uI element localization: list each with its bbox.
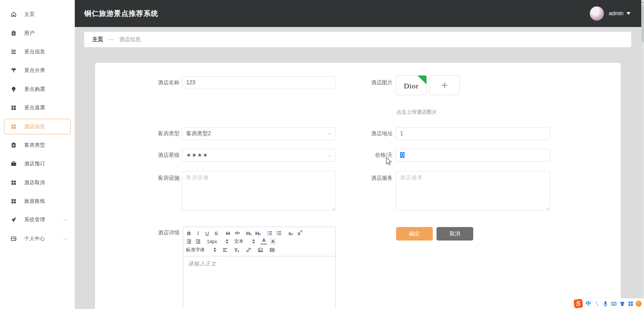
- editor-toolbar-group: x2x2: [288, 229, 303, 236]
- ime-sogou-logo-icon[interactable]: S: [574, 299, 583, 309]
- stepper-icon: [226, 239, 228, 244]
- list-icon: [10, 48, 17, 55]
- editor-italic-button[interactable]: I: [195, 229, 201, 236]
- hotel-address-value: 1: [400, 131, 403, 136]
- price-per-day-input[interactable]: 0: [396, 149, 550, 162]
- ime-keyboard-icon[interactable]: [610, 300, 618, 308]
- username: admin: [609, 10, 623, 17]
- hotel-name-value: 123: [186, 80, 195, 85]
- wallet-icon: [10, 235, 17, 242]
- editor-toolbar-group: [222, 246, 228, 253]
- sidebar-item-personal-center[interactable]: 个人中心: [0, 229, 75, 248]
- editor-list-ordered-icon[interactable]: 123: [267, 229, 273, 236]
- clipboard-icon: [10, 30, 17, 36]
- hotel-service-textarea[interactable]: 酒店服务: [396, 171, 550, 211]
- chevron-down-icon: [63, 236, 67, 240]
- scroll-up-arrow-icon[interactable]: [642, 1, 644, 3]
- sidebar-item-spot-category[interactable]: 景点分类: [0, 61, 75, 80]
- user-menu[interactable]: admin: [590, 6, 631, 21]
- editor-header-select-icon[interactable]: 文本: [234, 238, 255, 245]
- editor-superscript-button[interactable]: x2: [297, 229, 303, 236]
- room-facilities-label: 客房设施: [129, 175, 180, 182]
- editor-toolbar-row: BIUS</>H1H2123x2x2: [186, 229, 333, 237]
- hotel-image-thumbnail[interactable]: Dior: [396, 75, 427, 95]
- vertical-scrollbar[interactable]: [641, 0, 644, 309]
- editor-color-button[interactable]: A: [261, 238, 267, 245]
- sidebar-item-hotel-cancel[interactable]: 酒店取消: [0, 173, 75, 192]
- hotel-star-select[interactable]: ★★★★: [182, 149, 336, 162]
- hotel-image-thumb-text: Dior: [404, 82, 419, 90]
- grid-icon: [10, 123, 17, 130]
- ime-mic-icon[interactable]: [601, 300, 609, 308]
- ime-apps-icon[interactable]: [626, 300, 635, 308]
- hotel-name-input[interactable]: 123: [182, 76, 336, 89]
- editor-align-icon[interactable]: [222, 246, 228, 253]
- editor-header-1-button[interactable]: H1: [246, 229, 252, 236]
- editor-image-icon[interactable]: [257, 246, 263, 253]
- avatar[interactable]: [590, 6, 604, 21]
- room-type-label: 客房类型: [129, 127, 180, 140]
- screen: 主页用户景点信息景点分类景点购票景点退票酒店信息客房类型酒店预订酒店取消旅游路线…: [0, 0, 644, 309]
- editor-indent-icon[interactable]: [195, 238, 201, 245]
- sidebar-item-users[interactable]: 用户: [0, 24, 75, 42]
- editor-toolbar-group: BIUS: [186, 229, 219, 236]
- hotel-detail-label: 酒店详情: [129, 229, 180, 236]
- cancel-button[interactable]: 取消: [437, 227, 473, 241]
- scrollbar-thumb[interactable]: [642, 5, 644, 43]
- hotel-address-input[interactable]: 1: [396, 127, 550, 140]
- editor-toolbar-group: H1H2: [246, 229, 261, 236]
- ime-skin-icon[interactable]: [618, 300, 626, 308]
- sidebar-item-label: 客房类型: [24, 142, 45, 148]
- editor-size-select-icon[interactable]: 14px: [207, 239, 228, 244]
- grid-icon: [10, 179, 17, 186]
- editor-link-icon[interactable]: [246, 246, 252, 253]
- bulb-icon: [10, 86, 17, 92]
- topbar: 铜仁旅游景点推荐系统 admin: [75, 0, 641, 27]
- editor-code-block-button[interactable]: </>: [234, 229, 240, 236]
- sidebar-item-system-manage[interactable]: 系统管理: [0, 210, 75, 229]
- sidebar-nav: 主页用户景点信息景点分类景点购票景点退票酒店信息客房类型酒店预订酒店取消旅游路线…: [0, 0, 75, 248]
- editor-underline-button[interactable]: U: [204, 229, 210, 236]
- rich-text-editor: BIUS</>H1H2123x2x214px文本AA标准字体Tx 请输入正文: [183, 227, 336, 309]
- breadcrumb-home[interactable]: 主页: [92, 36, 103, 43]
- plus-icon: +: [441, 79, 448, 92]
- ime-cn-mode-icon[interactable]: 中: [584, 300, 592, 308]
- editor-header-2-button[interactable]: H2: [255, 229, 261, 236]
- sidebar-item-spot-info[interactable]: 景点信息: [0, 43, 75, 61]
- editor-font-select-icon[interactable]: 标准字体: [186, 247, 216, 253]
- editor-list-bullet-icon[interactable]: [276, 229, 282, 236]
- editor-content[interactable]: 请输入正文: [183, 256, 335, 272]
- stepper-icon: [252, 239, 255, 244]
- resize-handle[interactable]: [546, 206, 549, 210]
- editor-blockquote-icon[interactable]: [225, 229, 231, 236]
- sidebar-item-hotel-booking[interactable]: 酒店预订: [0, 154, 75, 173]
- room-facilities-textarea[interactable]: 客房设施: [182, 171, 336, 211]
- upload-image-button[interactable]: +: [429, 75, 460, 95]
- editor-toolbar-group: [257, 246, 263, 253]
- ime-toolbar: S中’,: [573, 298, 644, 309]
- editor-subscript-button[interactable]: x2: [288, 229, 294, 236]
- editor-strike-button[interactable]: S: [213, 229, 219, 236]
- confirm-button[interactable]: 确定: [396, 227, 433, 241]
- ime-emoji-icon[interactable]: [636, 301, 642, 307]
- ime-punctuation-icon[interactable]: ’,: [593, 300, 601, 308]
- sidebar-item-hotel-info[interactable]: 酒店信息: [0, 117, 75, 136]
- resize-handle[interactable]: [331, 206, 335, 210]
- sidebar-item-label: 用户: [24, 30, 35, 36]
- sidebar-item-room-type[interactable]: 客房类型: [0, 136, 75, 154]
- editor-clean-button[interactable]: Tx: [234, 246, 240, 253]
- editor-outdent-icon[interactable]: [186, 238, 192, 245]
- room-type-select[interactable]: 客房类型2: [182, 127, 336, 140]
- editor-video-icon[interactable]: [269, 246, 275, 253]
- home-icon: [10, 11, 17, 18]
- sidebar-item-travel-route[interactable]: 旅游路线: [0, 192, 75, 210]
- sidebar-item-spot-ticket[interactable]: 景点购票: [0, 80, 75, 99]
- editor-background-button[interactable]: A: [270, 238, 276, 245]
- sidebar-item-spot-refund[interactable]: 景点退票: [0, 99, 75, 117]
- room-type-value: 客房类型2: [186, 131, 211, 136]
- editor-bold-button[interactable]: B: [186, 229, 192, 236]
- sidebar-item-label: 酒店预订: [24, 161, 45, 167]
- editor-toolbar-group: [269, 246, 275, 253]
- sidebar-item-home[interactable]: 主页: [0, 5, 75, 24]
- mouse-cursor: [386, 157, 393, 166]
